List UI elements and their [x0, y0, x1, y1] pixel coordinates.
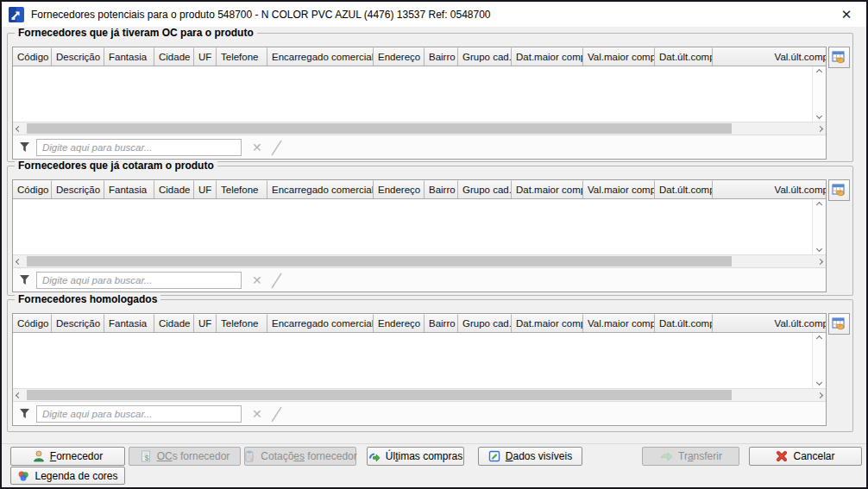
column-header-val-lt-comp[interactable]: Val.últ.comp: [713, 180, 826, 198]
cancelar-button[interactable]: Cancelar: [749, 447, 862, 466]
scroll-left-icon[interactable]: [16, 125, 22, 131]
column-header-dat-maior-comp[interactable]: Dat.maior comp: [512, 314, 583, 332]
green-arrow-icon: [368, 450, 381, 462]
scroll-right-icon[interactable]: [817, 125, 823, 131]
column-header-c-digo[interactable]: Código: [13, 314, 52, 332]
column-header-dat-maior-comp[interactable]: Dat.maior comp: [512, 180, 583, 198]
scroll-up-icon[interactable]: [816, 335, 822, 342]
app-icon: [9, 7, 24, 22]
column-header-val-lt-comp[interactable]: Val.últ.comp: [713, 47, 826, 66]
group-title: Fornecedores homologados: [15, 293, 160, 305]
close-icon[interactable]: ✕: [832, 2, 861, 27]
column-header-val-lt-comp[interactable]: Val.últ.comp: [713, 314, 826, 332]
column-header-uf[interactable]: UF: [194, 47, 217, 66]
scroll-left-icon[interactable]: [16, 258, 22, 264]
column-chooser-button[interactable]: [828, 179, 850, 201]
panel-slash-decoration: [269, 139, 285, 156]
column-chooser-button[interactable]: [828, 313, 850, 335]
suppliers-grid: CódigoDescriçãoFantasiaCidadeUFTelefoneE…: [12, 313, 827, 426]
column-header-dat-lt-compra[interactable]: Dat.últ.compra: [655, 47, 713, 66]
dados-visiveis-button[interactable]: Dados visíveis: [478, 447, 582, 466]
column-header-cidade[interactable]: Cidade: [154, 180, 194, 198]
transferir-button[interactable]: Transferir: [642, 447, 739, 466]
column-header-grupo-cad-[interactable]: Grupo cad.: [458, 180, 512, 198]
column-chooser-icon: [832, 317, 846, 331]
ultimas-compras-button[interactable]: Últimas compras: [367, 447, 464, 466]
filter-funnel-icon[interactable]: [19, 141, 30, 153]
column-header-uf[interactable]: UF: [194, 180, 217, 198]
dialog-content: Fornecedores que já tiveram OC para o pr…: [2, 27, 866, 487]
column-header-telefone[interactable]: Telefone: [217, 180, 267, 198]
edit-pencil-icon: [488, 450, 500, 462]
column-header-endere-o[interactable]: Endereço: [374, 47, 425, 66]
vertical-scrollbar[interactable]: [812, 66, 826, 122]
legenda-de-cores-button[interactable]: Legenda de cores: [10, 467, 125, 485]
scrollbar-thumb[interactable]: [27, 390, 732, 400]
horizontal-scrollbar[interactable]: [13, 254, 826, 267]
fornecedor-button[interactable]: Fornecedor: [10, 447, 125, 466]
column-header-bairro[interactable]: Bairro: [425, 180, 458, 198]
scroll-down-icon[interactable]: [816, 379, 822, 386]
column-header-descri-o[interactable]: Descrição: [52, 47, 104, 66]
column-header-bairro[interactable]: Bairro: [425, 47, 458, 66]
column-header-cidade[interactable]: Cidade: [154, 47, 194, 66]
scroll-right-icon[interactable]: [817, 258, 823, 264]
filter-funnel-icon[interactable]: [19, 274, 30, 285]
column-header-endere-o[interactable]: Endereço: [374, 180, 425, 198]
vertical-scrollbar[interactable]: [812, 333, 826, 388]
column-header-encarregado-comercial[interactable]: Encarregado comercial: [267, 314, 374, 332]
search-input[interactable]: [36, 405, 242, 423]
search-input[interactable]: [36, 139, 242, 156]
column-header-cidade[interactable]: Cidade: [154, 314, 194, 332]
column-header-encarregado-comercial[interactable]: Encarregado comercial: [267, 180, 374, 198]
column-header-fantasia[interactable]: Fantasia: [104, 180, 154, 198]
column-header-endere-o[interactable]: Endereço: [374, 314, 425, 332]
column-header-telefone[interactable]: Telefone: [217, 314, 267, 332]
column-header-dat-lt-compra[interactable]: Dat.últ.compra: [655, 180, 713, 198]
column-header-dat-lt-compra[interactable]: Dat.últ.compra: [655, 314, 713, 332]
filter-funnel-icon[interactable]: [19, 408, 30, 419]
clear-search-icon[interactable]: ✕: [252, 141, 262, 154]
vertical-scrollbar[interactable]: [812, 199, 826, 254]
column-header-val-maior-comp[interactable]: Val.maior comp: [583, 314, 655, 332]
column-header-val-maior-comp[interactable]: Val.maior comp: [583, 180, 655, 198]
column-chooser-button[interactable]: [828, 47, 850, 68]
column-header-val-maior-comp[interactable]: Val.maior comp: [583, 47, 655, 66]
column-header-bairro[interactable]: Bairro: [425, 314, 458, 332]
cotacoes-fornecedor-button[interactable]: Cotações fornecedor: [244, 447, 356, 466]
horizontal-scrollbar[interactable]: [13, 388, 826, 401]
grid-header-row: CódigoDescriçãoFantasiaCidadeUFTelefoneE…: [13, 314, 826, 333]
ocs-fornecedor-button[interactable]: $ OCs fornecedor: [129, 447, 241, 466]
search-input[interactable]: [36, 272, 242, 289]
scroll-right-icon[interactable]: [817, 392, 823, 398]
quotes-clipboard-icon: [243, 450, 255, 462]
column-header-c-digo[interactable]: Código: [13, 180, 52, 198]
column-header-fantasia[interactable]: Fantasia: [104, 314, 154, 332]
column-header-telefone[interactable]: Telefone: [217, 47, 267, 66]
column-header-encarregado-comercial[interactable]: Encarregado comercial: [267, 47, 374, 66]
column-header-descri-o[interactable]: Descrição: [52, 314, 104, 332]
person-icon: [33, 450, 45, 462]
scroll-down-icon[interactable]: [816, 113, 822, 119]
scroll-up-icon[interactable]: [816, 202, 822, 208]
column-header-uf[interactable]: UF: [194, 314, 217, 332]
filter-panel: ✕: [13, 135, 826, 159]
grid-rows-area: [13, 199, 812, 254]
column-header-grupo-cad-[interactable]: Grupo cad.: [458, 314, 512, 332]
column-header-c-digo[interactable]: Código: [13, 47, 52, 66]
clear-search-icon[interactable]: ✕: [252, 408, 262, 420]
column-header-dat-maior-comp[interactable]: Dat.maior comp: [512, 47, 583, 66]
scroll-left-icon[interactable]: [16, 392, 22, 398]
panel-slash-decoration: [269, 272, 285, 289]
column-header-grupo-cad-[interactable]: Grupo cad.: [458, 47, 512, 66]
column-header-descri-o[interactable]: Descrição: [52, 180, 104, 198]
column-header-fantasia[interactable]: Fantasia: [104, 47, 154, 66]
grid-rows-area: [13, 66, 812, 122]
scroll-down-icon[interactable]: [816, 246, 822, 252]
horizontal-scrollbar[interactable]: [13, 122, 826, 135]
scroll-up-icon[interactable]: [816, 69, 822, 75]
clear-search-icon[interactable]: ✕: [252, 274, 262, 286]
scrollbar-thumb[interactable]: [27, 123, 732, 134]
scrollbar-thumb[interactable]: [27, 256, 732, 266]
column-chooser-icon: [832, 50, 846, 65]
